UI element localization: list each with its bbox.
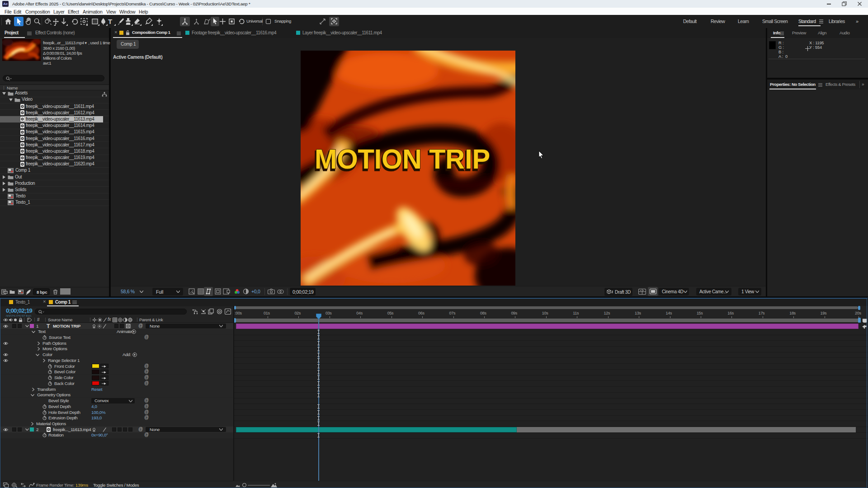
- svg-text:MOTION TRIP: MOTION TRIP: [315, 143, 490, 174]
